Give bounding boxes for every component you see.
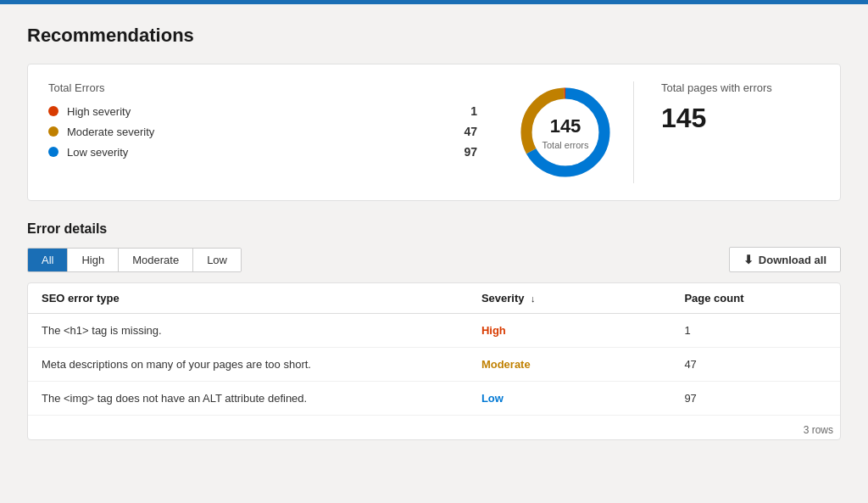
high-dot [48, 106, 58, 116]
legend-low: Low severity 97 [48, 145, 477, 159]
error-type-cell: Meta descriptions on many of your pages … [28, 348, 475, 382]
donut-chart: 145 Total errors [515, 81, 616, 183]
page-title: Recommendations [27, 25, 841, 47]
col-page-count: Page count [677, 283, 840, 314]
chart-area: 145 Total errors [498, 81, 633, 183]
row-count: 3 rows [28, 416, 840, 439]
col-error-type: SEO error type [28, 283, 475, 314]
table-row: Meta descriptions on many of your pages … [28, 348, 840, 382]
moderate-label: Moderate severity [67, 126, 448, 138]
severity-cell: Moderate [475, 348, 678, 382]
summary-left: Total Errors High severity 1 Moderate se… [48, 81, 498, 183]
page-count-cell: 97 [677, 382, 840, 416]
total-pages-section: Total pages with errors 145 [633, 81, 820, 183]
legend-high: High severity 1 [48, 104, 477, 118]
low-label: Low severity [67, 146, 448, 159]
error-details-section: Error details All High Moderate Low ⬇ Do… [27, 221, 841, 440]
donut-label: 145 Total errors [542, 115, 588, 151]
table-header-row: SEO error type Severity ↓ Page count [28, 283, 840, 314]
tab-all[interactable]: All [28, 249, 68, 271]
table-row: The <h1> tag is missing. High 1 [28, 314, 840, 348]
summary-card: Total Errors High severity 1 Moderate se… [27, 64, 841, 201]
donut-text: Total errors [542, 138, 588, 150]
download-label: Download all [759, 254, 826, 266]
donut-number: 145 [542, 115, 588, 139]
tab-high[interactable]: High [68, 249, 119, 271]
table-row: The <img> tag does not have an ALT attri… [28, 382, 840, 416]
total-pages-number: 145 [661, 103, 820, 134]
low-count: 97 [457, 145, 477, 159]
total-errors-label: Total Errors [48, 81, 477, 94]
high-label: High severity [67, 105, 448, 118]
severity-cell: Low [475, 382, 678, 416]
error-details-title: Error details [27, 221, 841, 237]
error-type-cell: The <img> tag does not have an ALT attri… [28, 382, 475, 416]
tab-moderate[interactable]: Moderate [119, 249, 193, 271]
severity-cell: High [475, 314, 678, 348]
download-icon: ⬇ [743, 253, 754, 266]
total-pages-label: Total pages with errors [661, 81, 820, 94]
filter-bar: All High Moderate Low ⬇ Download all [27, 247, 841, 272]
tab-group: All High Moderate Low [27, 248, 242, 272]
moderate-dot [48, 126, 58, 137]
severity-badge: Low [481, 392, 504, 405]
legend-moderate: Moderate severity 47 [48, 125, 477, 138]
error-type-cell: The <h1> tag is missing. [28, 314, 475, 348]
low-dot [48, 147, 58, 157]
severity-badge: Moderate [481, 358, 531, 371]
page-count-cell: 1 [677, 314, 840, 348]
moderate-count: 47 [457, 125, 477, 138]
tab-low[interactable]: Low [193, 249, 241, 271]
page-count-cell: 47 [677, 348, 840, 382]
high-count: 1 [457, 104, 477, 118]
sort-icon: ↓ [531, 293, 536, 304]
error-table: SEO error type Severity ↓ Page count The… [28, 283, 840, 416]
severity-badge: High [481, 324, 506, 337]
legend-list: High severity 1 Moderate severity 47 Low… [48, 104, 477, 159]
error-table-card: SEO error type Severity ↓ Page count The… [27, 282, 841, 440]
col-severity[interactable]: Severity ↓ [475, 283, 678, 314]
download-all-button[interactable]: ⬇ Download all [729, 247, 841, 272]
